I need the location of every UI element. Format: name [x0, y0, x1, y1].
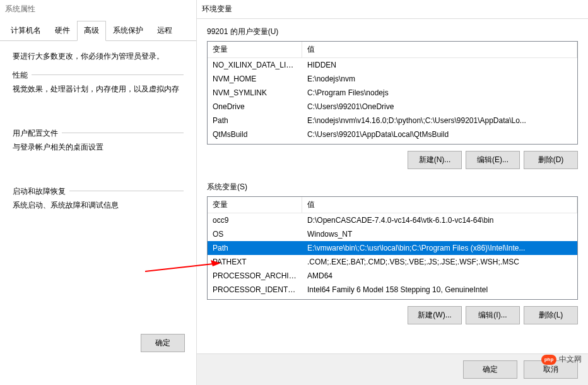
user-profile-legend: 用户配置文件 [13, 128, 62, 139]
col-variable[interactable]: 变量 [208, 197, 302, 213]
table-row[interactable]: OneDriveC:\Users\99201\OneDrive [208, 100, 577, 114]
system-vars-buttons: 新建(W)... 编辑(I)... 删除(L) [207, 306, 578, 324]
col-value[interactable]: 值 [302, 42, 577, 57]
table-header: 变量 值 [208, 42, 577, 58]
table-row[interactable]: OSWindows_NT [208, 227, 577, 241]
watermark-logo-icon: php [541, 355, 556, 365]
var-name: Path [208, 115, 302, 126]
ok-button[interactable]: 确定 [463, 360, 517, 379]
bottom-button-bar: 确定 取消 [197, 353, 588, 385]
var-name: OneDrive [208, 101, 302, 112]
tab-hardware[interactable]: 硬件 [48, 21, 77, 40]
var-value: AMD64 [302, 270, 577, 281]
var-name: OS [208, 228, 302, 240]
table-row[interactable]: PROCESSOR_LEVEL6 [208, 297, 577, 300]
var-name: PROCESSOR_IDENTIFIER [208, 284, 302, 295]
table-row[interactable]: PathE:\vmware\bin\;C:\usr\local\bin;C:\P… [208, 241, 577, 255]
performance-text: 视觉效果，处理器计划，内存使用，以及虚拟内存 [13, 84, 184, 95]
table-row[interactable]: PROCESSOR_IDENTIFIERIntel64 Family 6 Mod… [208, 283, 577, 297]
var-name: occ9 [208, 215, 302, 226]
env-vars-window: 环境变量 99201 的用户变量(U) 变量 值 NO_XILINX_DATA_… [197, 0, 588, 385]
var-name: NO_XILINX_DATA_LICENSE [208, 59, 302, 71]
startup-recovery-section: 启动和故障恢复 系统启动、系统故障和调试信息 [13, 191, 184, 211]
user-profile-section: 用户配置文件 与登录帐户相关的桌面设置 [13, 133, 184, 153]
table-row[interactable]: QtMsBuildC:\Users\99201\AppData\Local\Qt… [208, 127, 577, 141]
new-user-var-button[interactable]: 新建(N)... [408, 151, 462, 169]
watermark-text: 中文网 [559, 354, 582, 365]
new-sys-var-button[interactable]: 新建(W)... [408, 306, 462, 324]
var-value: C:\Program Files\nodejs [302, 87, 577, 98]
var-name: QtMsBuild [208, 129, 302, 140]
ok-button-left[interactable]: 确定 [141, 334, 185, 352]
table-row[interactable]: PROCESSOR_ARCHITECTUREAMD64 [208, 269, 577, 283]
system-properties-window: 系统属性 计算机名 硬件 高级 系统保护 远程 要进行大多数更改，你必须作为管理… [0, 0, 197, 385]
var-value: HIDDEN [302, 59, 577, 71]
table-header: 变量 值 [208, 197, 577, 213]
var-name: NVM_HOME [208, 73, 302, 85]
tab-advanced[interactable]: 高级 [77, 21, 106, 41]
watermark: php 中文网 [541, 354, 582, 365]
delete-sys-var-button[interactable]: 删除(L) [524, 306, 578, 324]
var-value: E:\vmware\bin\;C:\usr\local\bin;C:\Progr… [302, 242, 577, 254]
edit-user-var-button[interactable]: 编辑(E)... [466, 151, 520, 169]
var-name: NVM_SYMLINK [208, 87, 302, 98]
system-vars-table[interactable]: 变量 值 occ9D:\OpenCASCADE-7.4.0-vc14-64\vt… [207, 196, 578, 300]
user-vars-buttons: 新建(N)... 编辑(E)... 删除(D) [207, 151, 578, 169]
var-name: PROCESSOR_LEVEL [208, 298, 302, 300]
var-value: E:\nodejs\nvm [302, 73, 577, 85]
var-value: C:\Users\99201\AppData\Local\Temp [302, 143, 577, 145]
edit-sys-var-button[interactable]: 编辑(I)... [466, 306, 520, 324]
tab-remote[interactable]: 远程 [150, 21, 179, 40]
system-vars-label: 系统变量(S) [207, 182, 578, 192]
table-row[interactable]: PATHEXT.COM;.EXE;.BAT;.CMD;.VBS;.VBE;.JS… [208, 255, 577, 269]
table-row[interactable]: PathE:\nodejs\nvm\v14.16.0;D:\python\;C:… [208, 114, 577, 127]
col-value[interactable]: 值 [302, 197, 577, 213]
user-profile-text: 与登录帐户相关的桌面设置 [13, 142, 184, 153]
var-value: E:\nodejs\nvm\v14.16.0;D:\python\;C:\Use… [302, 115, 577, 126]
table-row[interactable]: NO_XILINX_DATA_LICENSEHIDDEN [208, 58, 577, 72]
var-value: C:\Users\99201\AppData\Local\QtMsBuild [302, 129, 577, 140]
tab-computer-name[interactable]: 计算机名 [4, 21, 48, 40]
tab-content: 要进行大多数更改，你必须作为管理员登录。 性能 视觉效果，处理器计划，内存使用，… [0, 41, 196, 234]
var-value: D:\OpenCASCADE-7.4.0-vc14-64\vtk-6.1.0-v… [302, 215, 577, 226]
delete-user-var-button[interactable]: 删除(D) [524, 151, 578, 169]
var-name: PROCESSOR_ARCHITECTURE [208, 270, 302, 281]
startup-recovery-text: 系统启动、系统故障和调试信息 [13, 200, 184, 211]
tab-system-protection[interactable]: 系统保护 [106, 21, 150, 40]
var-value: Intel64 Family 6 Model 158 Stepping 10, … [302, 284, 577, 295]
performance-section: 性能 视觉效果，处理器计划，内存使用，以及虚拟内存 [13, 74, 184, 95]
startup-recovery-legend: 启动和故障恢复 [13, 186, 69, 197]
tabs-bar: 计算机名 硬件 高级 系统保护 远程 [0, 21, 196, 41]
var-value: .COM;.EXE;.BAT;.CMD;.VBS;.VBE;.JS;.JSE;.… [302, 256, 577, 268]
admin-message: 要进行大多数更改，你必须作为管理员登录。 [13, 51, 184, 62]
var-name: TEMP [208, 143, 302, 145]
var-value: C:\Users\99201\OneDrive [302, 101, 577, 112]
var-name: Path [208, 242, 302, 254]
env-vars-content: 99201 的用户变量(U) 变量 值 NO_XILINX_DATA_LICEN… [197, 19, 588, 332]
table-row[interactable]: NVM_HOMEE:\nodejs\nvm [208, 72, 577, 86]
env-vars-title: 环境变量 [197, 0, 588, 19]
user-vars-label: 99201 的用户变量(U) [207, 27, 578, 37]
window-title: 系统属性 [0, 0, 196, 18]
user-vars-table[interactable]: 变量 值 NO_XILINX_DATA_LICENSEHIDDENNVM_HOM… [207, 41, 578, 145]
var-value: Windows_NT [302, 228, 577, 240]
table-row[interactable]: NVM_SYMLINKC:\Program Files\nodejs [208, 86, 577, 100]
var-value: 6 [302, 298, 577, 300]
table-row[interactable]: occ9D:\OpenCASCADE-7.4.0-vc14-64\vtk-6.1… [208, 213, 577, 227]
col-variable[interactable]: 变量 [208, 42, 302, 57]
performance-legend: 性能 [13, 70, 32, 81]
var-name: PATHEXT [208, 256, 302, 268]
table-row[interactable]: TEMPC:\Users\99201\AppData\Local\Temp [208, 141, 577, 145]
